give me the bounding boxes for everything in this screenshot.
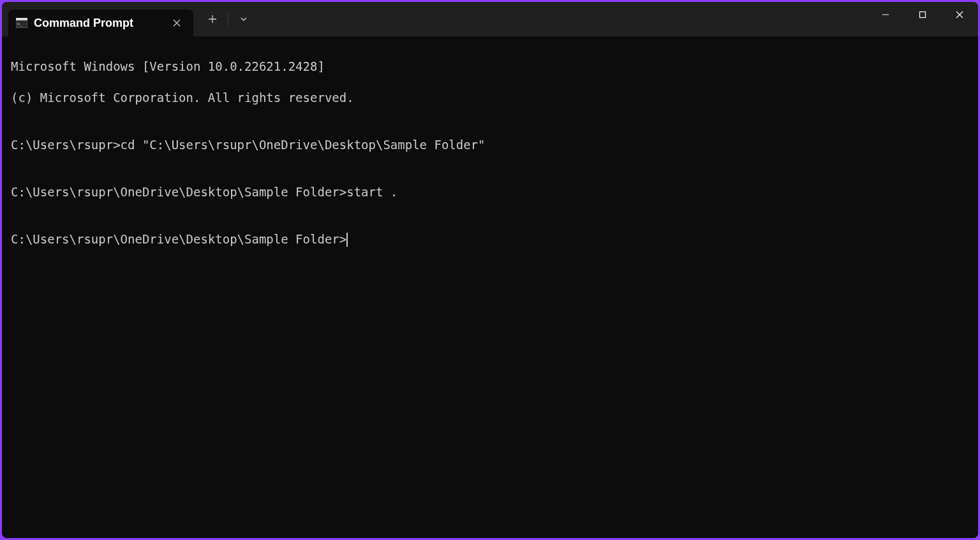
output-line: (c) Microsoft Corporation. All rights re… <box>11 90 969 106</box>
cursor <box>346 233 348 247</box>
prompt-line: C:\Users\rsupr>cd "C:\Users\rsupr\OneDri… <box>11 137 969 153</box>
close-icon <box>173 19 181 27</box>
window-controls <box>867 2 978 27</box>
divider <box>228 12 228 26</box>
cmd-icon: >_ <box>16 17 27 29</box>
maximize-icon <box>919 11 926 18</box>
maximize-button[interactable] <box>904 2 941 27</box>
tab-strip: >_ Command Prompt <box>2 2 193 36</box>
tab-close-button[interactable] <box>169 15 184 31</box>
chevron-down-icon <box>240 15 248 23</box>
command-text: cd "C:\Users\rsupr\OneDrive\Desktop\Samp… <box>121 137 486 153</box>
plus-icon <box>208 15 217 24</box>
svg-text:>_: >_ <box>17 22 23 27</box>
command-text: start . <box>346 184 397 200</box>
svg-rect-1 <box>16 18 27 20</box>
titlebar[interactable]: >_ Command Prompt <box>2 2 978 36</box>
minimize-icon <box>882 11 889 18</box>
prompt: C:\Users\rsupr\OneDrive\Desktop\Sample F… <box>11 184 346 200</box>
minimize-button[interactable] <box>867 2 904 27</box>
svg-rect-3 <box>920 12 926 18</box>
prompt-line-current: C:\Users\rsupr\OneDrive\Desktop\Sample F… <box>11 231 969 247</box>
prompt: C:\Users\rsupr\OneDrive\Desktop\Sample F… <box>11 231 346 247</box>
output-line: Microsoft Windows [Version 10.0.22621.24… <box>11 59 969 75</box>
prompt: C:\Users\rsupr> <box>11 137 121 153</box>
titlebar-actions <box>198 2 258 36</box>
prompt-line: C:\Users\rsupr\OneDrive\Desktop\Sample F… <box>11 184 969 200</box>
tab-dropdown-button[interactable] <box>230 6 258 32</box>
terminal-window: >_ Command Prompt <box>2 2 978 538</box>
close-window-button[interactable] <box>941 2 978 27</box>
close-icon <box>956 11 963 18</box>
tab-title: Command Prompt <box>34 17 163 30</box>
tab-command-prompt[interactable]: >_ Command Prompt <box>8 10 193 36</box>
terminal-output[interactable]: Microsoft Windows [Version 10.0.22621.24… <box>2 36 978 538</box>
new-tab-button[interactable] <box>198 6 226 32</box>
